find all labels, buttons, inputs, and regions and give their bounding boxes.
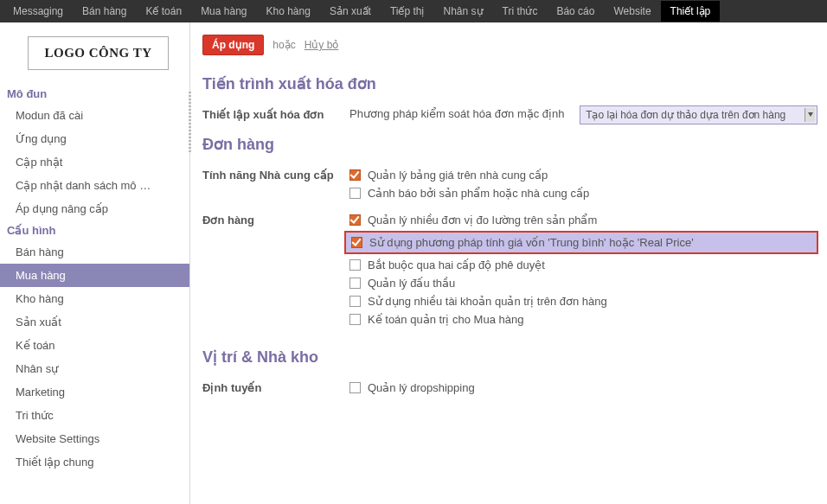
checkbox-label: Quản lý bảng giá trên nhà cung cấp [368, 169, 548, 182]
sidebar-item[interactable]: Cập nhật [0, 150, 189, 174]
checkbox-row: Sử dụng nhiều tài khoản quản trị trên đơ… [349, 292, 827, 310]
sidebar-item[interactable]: Mua hàng [0, 264, 189, 287]
checkbox-label: Quản lý nhiều đơn vị đo lường trên sản p… [368, 214, 597, 226]
chevron-down-icon [805, 108, 815, 122]
sidebar-item[interactable]: Ứng dụng [0, 127, 189, 150]
invoice-field-label: Thiết lập xuất hóa đơn [202, 105, 349, 121]
main-content: Áp dụng hoặc Hủy bỏ Tiến trình xuất hóa … [190, 22, 827, 504]
sidebar-item[interactable]: Website Settings [0, 427, 189, 450]
sidebar-section-title: Mô đun [0, 84, 189, 104]
sidebar-item[interactable]: Tri thức [0, 404, 189, 427]
checkbox[interactable] [349, 259, 361, 271]
sidebar-item[interactable]: Modun đã cài [0, 104, 189, 127]
top-nav: MessagingBán hàngKế toánMua hàngKho hàng… [0, 0, 827, 22]
topnav-item[interactable]: Thiết lập [661, 1, 721, 22]
splitter-handle[interactable] [187, 22, 193, 504]
supplier-row: Tính năng Nhà cung cấp Quản lý bảng giá … [202, 166, 827, 202]
topnav-item[interactable]: Tri thức [493, 1, 548, 22]
topnav-item[interactable]: Báo cáo [547, 1, 604, 22]
checkbox[interactable] [351, 237, 362, 248]
sidebar: LOGO CÔNG TY Mô đunModun đã càiỨng dụngC… [0, 22, 190, 504]
apply-button[interactable]: Áp dụng [202, 35, 264, 55]
topnav-item[interactable]: Tiếp thị [381, 1, 434, 22]
main-layout: LOGO CÔNG TY Mô đunModun đã càiỨng dụngC… [0, 22, 827, 504]
checkbox[interactable] [349, 214, 361, 226]
company-logo: LOGO CÔNG TY [28, 36, 169, 70]
sidebar-item[interactable]: Sản xuất [0, 310, 189, 334]
topnav-item[interactable]: Bán hàng [73, 1, 136, 22]
or-text: hoặc [272, 39, 295, 51]
checkbox-row: Sử dụng phương pháp tính giá vốn 'Trung … [351, 235, 811, 250]
sidebar-section-title: Cấu hình [0, 220, 189, 240]
checkbox-row: Quản lý dropshipping [349, 379, 827, 397]
routing-label: Định tuyến [202, 379, 349, 394]
sidebar-item[interactable]: Kho hàng [0, 287, 189, 310]
checkbox-row: Quản lý bảng giá trên nhà cung cấp [349, 166, 827, 184]
sidebar-item[interactable]: Thiết lập chung [0, 450, 189, 474]
action-bar: Áp dụng hoặc Hủy bỏ [202, 22, 827, 64]
topnav-item[interactable]: Nhân sự [434, 1, 493, 22]
sidebar-item[interactable]: Marketing [0, 380, 189, 404]
order-row: Đơn hàng Quản lý nhiều đơn vị đo lường t… [202, 211, 827, 329]
topnav-item[interactable]: Mua hàng [191, 1, 256, 22]
checkbox-label: Sử dụng phương pháp tính giá vốn 'Trung … [369, 236, 694, 249]
invoice-method-text: Phương pháp kiểm soát hóa đơn mặc định [349, 107, 577, 120]
section-title-order: Đơn hàng [202, 135, 827, 154]
checkbox[interactable] [349, 314, 361, 325]
checkbox-label: Bắt buộc qua hai cấp độ phê duyệt [368, 258, 545, 271]
checkbox-label: Cảnh báo bởi sản phẩm hoặc nhà cung cấp [368, 187, 589, 200]
checkbox-row: Kế toán quản trị cho Mua hàng [349, 310, 827, 329]
checkbox-row: Bắt buộc qua hai cấp độ phê duyệt [349, 256, 827, 274]
topnav-item[interactable]: Kho hàng [257, 1, 320, 22]
select-value: Tạo lại hóa đơn dự thảo dựa trên đơn hàn… [586, 109, 785, 121]
topnav-item[interactable]: Sản xuất [320, 1, 381, 22]
checkbox-row: Quản lý đấu thầu [349, 274, 827, 292]
checkbox-row: Quản lý nhiều đơn vị đo lường trên sản p… [349, 211, 827, 229]
checkbox-row: Cảnh báo bởi sản phẩm hoặc nhà cung cấp [349, 184, 827, 202]
supplier-label: Tính năng Nhà cung cấp [202, 166, 349, 182]
checkbox[interactable] [349, 169, 361, 181]
topnav-item[interactable]: Messaging [3, 1, 73, 22]
section-title-warehouse: Vị trí & Nhà kho [202, 348, 827, 367]
section-title-invoice: Tiến trình xuất hóa đơn [202, 74, 827, 93]
checkbox-label: Sử dụng nhiều tài khoản quản trị trên đơ… [368, 295, 607, 308]
checkbox-label: Quản lý đấu thầu [368, 277, 455, 290]
checkbox-label: Quản lý dropshipping [368, 381, 475, 394]
highlighted-option: Sử dụng phương pháp tính giá vốn 'Trung … [344, 231, 818, 254]
checkbox[interactable] [349, 382, 361, 393]
sidebar-item[interactable]: Cập nhật danh sách mô … [0, 174, 189, 197]
sidebar-item[interactable]: Nhân sự [0, 357, 189, 380]
invoice-settings-row: Thiết lập xuất hóa đơn Phương pháp kiểm … [202, 105, 827, 124]
topnav-item[interactable]: Kế toán [136, 1, 191, 22]
topnav-item[interactable]: Website [604, 1, 660, 22]
checkbox[interactable] [349, 188, 361, 199]
cancel-link[interactable]: Hủy bỏ [305, 39, 339, 51]
checkbox-label: Kế toán quản trị cho Mua hàng [368, 313, 523, 326]
order-label: Đơn hàng [202, 211, 349, 226]
sidebar-item[interactable]: Bán hàng [0, 240, 189, 264]
checkbox[interactable] [349, 296, 361, 307]
checkbox[interactable] [349, 278, 361, 289]
invoice-method-select[interactable]: Tạo lại hóa đơn dự thảo dựa trên đơn hàn… [580, 105, 817, 124]
sidebar-item[interactable]: Áp dụng nâng cấp [0, 197, 189, 220]
routing-row: Định tuyến Quản lý dropshipping [202, 379, 827, 397]
sidebar-item[interactable]: Kế toán [0, 334, 189, 357]
